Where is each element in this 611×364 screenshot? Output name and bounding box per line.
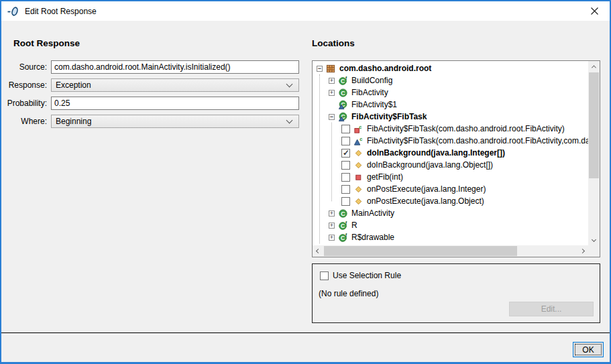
tree-node-doinbackground-java-lang-object[interactable]: doInBackground(java.lang.Object[]): [313, 159, 588, 171]
class-final-icon: Cf: [338, 233, 348, 243]
tree-node-com-dasho-android-root[interactable]: −com.dasho.android.root: [313, 62, 588, 74]
expand-icon[interactable]: +: [329, 235, 335, 241]
response-select[interactable]: Exception: [51, 78, 299, 92]
tree-node-checkbox[interactable]: [341, 137, 350, 145]
method-diamond-icon: [353, 160, 364, 170]
tree-node-checkbox[interactable]: [341, 197, 350, 206]
probability-input[interactable]: [51, 97, 299, 110]
collapse-icon[interactable]: −: [317, 66, 323, 72]
svg-text:C: C: [341, 223, 345, 229]
scroll-up-button[interactable]: [588, 61, 600, 72]
tree-node-partial-row[interactable]: +Cf: [313, 243, 588, 245]
tree-node-doinbackground-java-lang-integer[interactable]: doInBackground(java.lang.Integer[]): [313, 147, 588, 159]
tree-node-checkbox[interactable]: [341, 149, 350, 158]
class-icon: C: [338, 88, 348, 98]
tree-node-checkbox[interactable]: [341, 161, 350, 170]
response-row: Response: Exception: [1, 78, 299, 92]
svg-text:f: f: [345, 221, 347, 225]
source-row: Source:: [1, 60, 299, 74]
svg-text:C: C: [341, 210, 345, 217]
tree-node-fibactivity-fibtask-com-dasho-android-root-fibactivity[interactable]: cFibActivity$FibTask(com.dasho.android.r…: [313, 123, 588, 135]
tree-node-label: FibActivity$FibTask: [351, 112, 427, 121]
titlebar[interactable]: Edit Root Response: [1, 1, 610, 21]
tree-node-label: FibActivity: [351, 88, 388, 97]
where-label: Where:: [1, 117, 51, 126]
tree-node-label: R$drawable: [351, 233, 394, 242]
expand-icon[interactable]: +: [329, 210, 335, 217]
class-final-icon: Cf: [338, 76, 348, 86]
tree-node-label: BuildConfig: [351, 76, 392, 85]
tree-node-label: MainActivity: [351, 208, 394, 218]
probability-row: Probability:: [1, 97, 299, 110]
expand-icon[interactable]: +: [329, 223, 335, 229]
root-response-heading: Root Response: [13, 38, 80, 48]
footer-separator: [1, 332, 610, 333]
rule-status-text: (No rule defined): [319, 289, 378, 298]
svg-text:f: f: [345, 233, 347, 237]
tree-node-fibactivity-1[interactable]: CFibActivity$1: [313, 99, 588, 111]
use-selection-rule-row[interactable]: Use Selection Rule: [320, 271, 401, 280]
tree-node-label: onPostExecute(java.lang.Object): [367, 196, 484, 206]
tree-node-onpostexecute-java-lang-object[interactable]: onPostExecute(java.lang.Object): [313, 195, 588, 207]
tree-node-onpostexecute-java-lang-integer[interactable]: onPostExecute(java.lang.Integer): [313, 183, 588, 195]
svg-text:c: c: [359, 124, 362, 130]
probability-label: Probability:: [1, 99, 51, 108]
svg-text:C: C: [341, 78, 345, 84]
vertical-scroll-thumb[interactable]: [589, 72, 599, 178]
where-row: Where: Beginning: [1, 115, 299, 128]
inner-class-icon: C: [338, 100, 348, 110]
scroll-left-button[interactable]: [313, 245, 324, 257]
svg-text:f: f: [345, 245, 347, 246]
use-selection-rule-checkbox[interactable]: [320, 271, 329, 280]
constructor-inner-icon: c: [353, 136, 364, 146]
edit-rule-button[interactable]: Edit...: [509, 302, 594, 316]
tree-node-fibactivity[interactable]: +CFibActivity: [313, 86, 588, 99]
tree-node-label: FibActivity$1: [351, 100, 397, 109]
class-icon: C: [338, 208, 348, 219]
source-input[interactable]: [51, 60, 299, 74]
locations-tree-panel: −com.dasho.android.root+CfBuildConfig+CF…: [312, 60, 600, 257]
response-label: Response:: [1, 80, 51, 90]
tree-node-label: onPostExecute(java.lang.Integer): [367, 184, 486, 194]
tree-node-fibactivity-fibtask-com-dasho-android-root-fibactivity-com-dasho[interactable]: cFibActivity$FibTask(com.dasho.android.r…: [313, 135, 588, 147]
ok-button[interactable]: OK: [573, 342, 604, 357]
tree-node-r[interactable]: +CfR: [313, 219, 588, 231]
expander-spacer: [329, 102, 335, 108]
package-icon: [326, 64, 336, 74]
where-select-value: Beginning: [56, 117, 91, 126]
edit-root-response-dialog: Edit Root Response Root Response Locatio…: [0, 0, 611, 364]
where-select[interactable]: Beginning: [51, 115, 299, 128]
tree-node-getfib-int[interactable]: getFib(int): [313, 171, 588, 183]
class-final-icon: Cf: [338, 221, 348, 231]
tree-node-label: FibActivity$FibTask(com.dasho.android.ro…: [367, 124, 565, 133]
svg-text:c: c: [359, 136, 362, 142]
close-button[interactable]: [579, 1, 610, 21]
tree-node-checkbox[interactable]: [341, 173, 350, 182]
locations-heading: Locations: [312, 38, 355, 48]
locations-tree-rows: −com.dasho.android.root+CfBuildConfig+CF…: [313, 61, 588, 245]
tree-node-mainactivity[interactable]: +CMainActivity: [313, 207, 588, 219]
chevron-down-icon: [286, 81, 293, 88]
horizontal-scrollbar[interactable]: [313, 245, 588, 257]
expand-icon[interactable]: +: [329, 78, 335, 84]
tree-node-checkbox[interactable]: [341, 185, 350, 194]
use-selection-rule-label: Use Selection Rule: [333, 271, 401, 280]
expand-icon[interactable]: +: [329, 90, 335, 96]
selection-rule-panel: Use Selection Rule (No rule defined) Edi…: [312, 263, 600, 323]
tree-node-label: FibActivity$FibTask(com.dasho.android.ro…: [367, 136, 588, 145]
tree-node-fibactivity-fibtask[interactable]: −CFibActivity$FibTask: [313, 111, 588, 123]
class-final-icon: Cf: [338, 245, 348, 246]
scroll-right-button[interactable]: [577, 245, 588, 257]
tree-node-buildconfig[interactable]: +CfBuildConfig: [313, 74, 588, 86]
method-diamond-icon: [353, 184, 364, 194]
method-diamond-icon: [353, 196, 364, 206]
svg-text:C: C: [341, 235, 345, 241]
horizontal-scroll-thumb[interactable]: [324, 246, 517, 256]
scroll-down-button[interactable]: [588, 234, 600, 245]
collapse-icon[interactable]: −: [329, 114, 335, 120]
svg-text:f: f: [345, 76, 347, 80]
tree-node-checkbox[interactable]: [341, 125, 350, 133]
dasho-logo-icon: [7, 5, 19, 17]
tree-node-r-drawable[interactable]: +CfR$drawable: [313, 231, 588, 243]
vertical-scrollbar[interactable]: [588, 61, 600, 245]
